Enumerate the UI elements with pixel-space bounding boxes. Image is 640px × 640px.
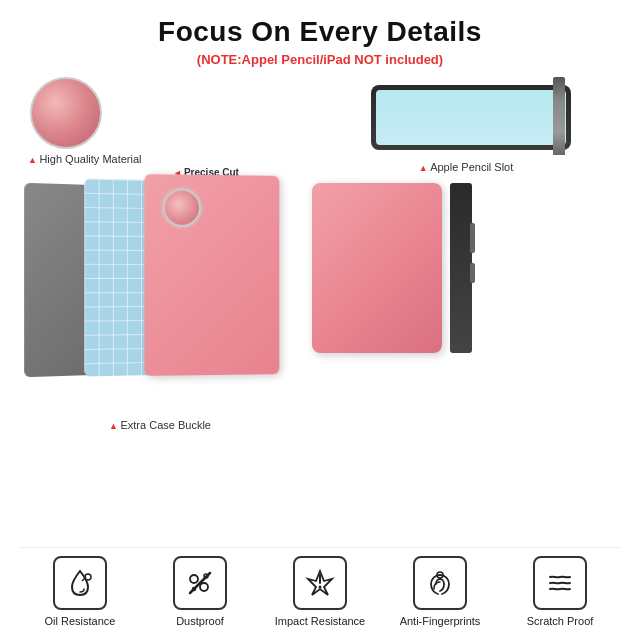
feature-dustproof: Dustproof: [150, 556, 250, 628]
case-front: [312, 183, 442, 353]
pencil-slot-label: Apple Pencil Slot: [419, 161, 514, 173]
case-front-area: [312, 183, 472, 353]
feature-scratch-proof: Scratch Proof: [510, 556, 610, 628]
page: Focus On Every Details (NOTE:Appel Penci…: [0, 0, 640, 640]
impact-resistance-icon-box: [293, 556, 347, 610]
impact-icon: [304, 567, 336, 599]
fingerprint-icon: [424, 567, 456, 599]
page-title: Focus On Every Details: [158, 16, 482, 48]
ipad-pencil-illustration: [351, 77, 581, 157]
oil-icon: [64, 567, 96, 599]
anti-fingerprints-label: Anti-Fingerprints: [400, 614, 481, 628]
ipad-body: [371, 85, 571, 150]
anti-fingerprints-icon-box: [413, 556, 467, 610]
ipad-screen: [376, 90, 566, 145]
main-area: High Quality Material Precise Cut Extra …: [20, 77, 620, 543]
case-side: [450, 183, 472, 353]
case-side-button: [470, 223, 475, 253]
dustproof-icon-box: [173, 556, 227, 610]
layer-front: [144, 174, 279, 376]
feature-anti-fingerprints: Anti-Fingerprints: [390, 556, 490, 628]
ipad-pencil: [553, 77, 565, 155]
pencil-slot-area: Apple Pencil Slot: [312, 77, 620, 173]
svg-point-8: [319, 585, 322, 588]
material-label: High Quality Material: [28, 153, 142, 165]
dustproof-label: Dustproof: [176, 614, 224, 628]
left-column: High Quality Material Precise Cut Extra …: [20, 77, 300, 543]
layers-container: Precise Cut: [25, 175, 295, 415]
right-column: Apple Pencil Slot: [312, 77, 620, 543]
feature-impact-resistance: Impact Resistance: [270, 556, 370, 628]
feature-oil-resistance: Oil Resistance: [30, 556, 130, 628]
svg-point-2: [190, 575, 198, 583]
buckle-label: Extra Case Buckle: [109, 419, 211, 431]
scratch-proof-label: Scratch Proof: [527, 614, 594, 628]
scratch-proof-icon-box: [533, 556, 587, 610]
impact-resistance-label: Impact Resistance: [275, 614, 365, 628]
case-side-button2: [470, 263, 475, 283]
page-subtitle: (NOTE:Appel Pencil/iPad NOT included): [197, 52, 443, 67]
oil-resistance-icon-box: [53, 556, 107, 610]
features-row: Oil Resistance Dustproof: [20, 547, 620, 628]
camera-cutout: [163, 188, 201, 226]
material-circle: [30, 77, 102, 149]
svg-point-3: [200, 583, 208, 591]
oil-resistance-label: Oil Resistance: [45, 614, 116, 628]
scratch-icon: [544, 567, 576, 599]
dust-icon: [184, 567, 216, 599]
